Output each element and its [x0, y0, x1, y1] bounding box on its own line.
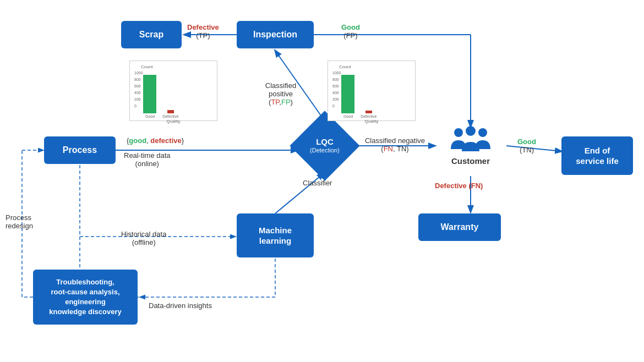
- process-box: Process: [44, 136, 116, 164]
- process-redesign-label: Processredesign: [6, 213, 33, 230]
- end-of-service-box: End of service life: [561, 136, 633, 175]
- real-time-label: Real-time data(online): [124, 151, 171, 168]
- chart-left: Count 1000 800 600 400 200 0 G: [129, 61, 217, 121]
- good-defective-label: {good, defective}: [127, 136, 184, 145]
- inspection-label: Inspection: [253, 30, 297, 40]
- defective-fn-label: Defective (FN): [435, 182, 483, 190]
- historical-data-label: Historical data(offline): [121, 230, 166, 246]
- customer-icon: [449, 124, 493, 154]
- classified-positive-label: Classifiedpositive (TP,FP): [248, 81, 314, 106]
- svg-point-19: [478, 128, 487, 137]
- scrap-box: Scrap: [121, 21, 182, 48]
- good-fp-label: Good (FP): [341, 23, 360, 40]
- troubleshooting-label: Troubleshooting, root-cause analysis, en…: [49, 277, 122, 317]
- machine-learning-label: Machine learning: [259, 225, 292, 246]
- svg-point-20: [466, 126, 476, 136]
- good-tn-label: Good(TN): [517, 138, 536, 154]
- process-label: Process: [63, 145, 97, 155]
- machine-learning-box: Machine learning: [237, 213, 314, 257]
- customer-label: Customer: [451, 156, 490, 166]
- chart-right: Count 1000 800 600 400 200 0 Good Defect…: [328, 61, 416, 121]
- warranty-label: Warranty: [441, 222, 479, 232]
- data-driven-label: Data-driven insights: [149, 301, 212, 310]
- inspection-box: Inspection: [237, 21, 314, 48]
- customer-area: Customer: [440, 124, 501, 166]
- scrap-label: Scrap: [139, 30, 163, 40]
- diagram-container: Scrap Inspection Process Machine learnin…: [0, 0, 644, 362]
- defective-tp-label: Defective (TP): [187, 23, 219, 40]
- warranty-box: Warranty: [418, 213, 501, 241]
- svg-point-18: [454, 128, 463, 137]
- troubleshooting-box: Troubleshooting, root-cause analysis, en…: [33, 270, 138, 325]
- classifier-label: Classifier: [303, 179, 332, 187]
- end-of-service-label: End of service life: [576, 145, 619, 167]
- classified-negative-label: Classified negative (FN, TN): [352, 136, 438, 153]
